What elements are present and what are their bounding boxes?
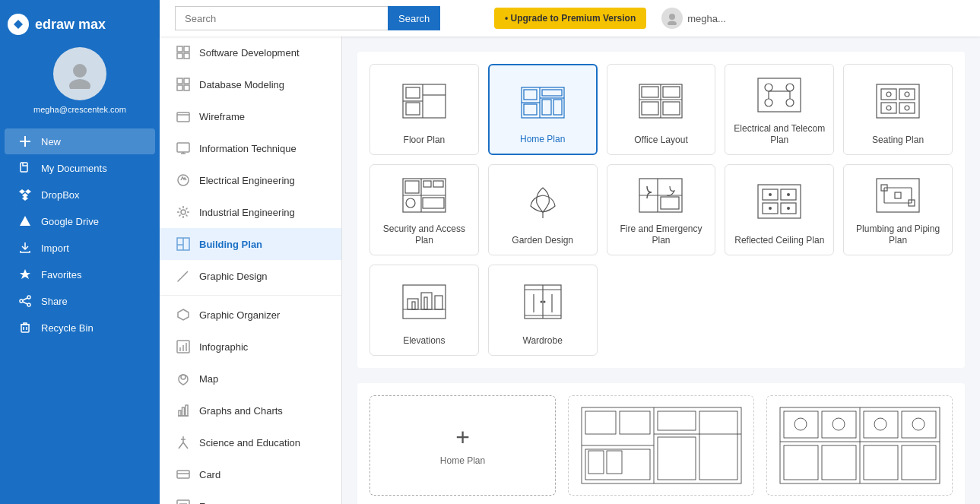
electrical-icon [175, 172, 192, 189]
sidebar-item-google-drive-label: Google Drive [41, 216, 99, 227]
sidebar-item-dropbox[interactable]: DropBox [5, 182, 155, 208]
category-building-plan-label: Building Plan [199, 239, 262, 250]
plumbing-piping-label: Plumbing and Piping Plan [850, 223, 946, 247]
diagram-card-electrical-telecom[interactable]: Electrical and Telecom Plan [725, 64, 834, 155]
svg-point-167 [794, 418, 807, 430]
svg-rect-26 [177, 85, 182, 90]
industrial-icon [175, 204, 192, 220]
sidebar-item-share[interactable]: Share [5, 288, 155, 314]
category-sidebar: Software Development Database Modeling W… [160, 0, 342, 504]
sidebar-item-new-label: New [41, 136, 61, 147]
sidebar-item-google-drive[interactable]: Google Drive [5, 208, 155, 234]
svg-point-14 [27, 303, 30, 306]
category-map[interactable]: Map [160, 363, 341, 395]
category-graphs-charts[interactable]: Graphs and Charts [160, 395, 341, 426]
home-plan-icon-area [496, 74, 590, 128]
office-layout-icon-area [614, 74, 709, 128]
user-profile[interactable]: megha... [661, 8, 726, 29]
diagram-card-wardrobe[interactable]: Wardrobe [488, 265, 598, 356]
graphic-organizer-icon [175, 306, 192, 323]
template-new-home-plan-label: Home Plan [440, 455, 485, 466]
fire-emergency-label: Fire and Emergency Plan [614, 223, 709, 247]
svg-rect-78 [642, 87, 658, 97]
svg-point-95 [886, 92, 891, 97]
category-industrial-label: Industrial Engineering [199, 207, 295, 218]
svg-rect-155 [607, 451, 622, 474]
svg-rect-104 [433, 181, 443, 187]
svg-point-105 [406, 198, 415, 208]
svg-rect-121 [877, 179, 919, 212]
category-industrial[interactable]: Industrial Engineering [160, 196, 341, 228]
category-form[interactable]: Form [160, 490, 341, 504]
template-preview-2[interactable] [766, 395, 953, 496]
software-dev-icon [175, 44, 192, 61]
svg-rect-73 [542, 100, 551, 115]
svg-rect-126 [895, 192, 901, 198]
my-documents-icon [17, 162, 33, 174]
svg-line-15 [23, 298, 27, 300]
category-science-edu[interactable]: Science and Education [160, 426, 341, 458]
category-software-dev[interactable]: Software Development [160, 36, 341, 68]
search-button[interactable]: Search [388, 6, 440, 30]
template-new-home-plan[interactable]: + Home Plan [369, 395, 556, 496]
sidebar-item-import-label: Import [41, 242, 69, 254]
svg-rect-81 [663, 102, 680, 115]
category-info-tech[interactable]: Information Technique [160, 132, 341, 164]
sidebar-item-favorites[interactable]: Favorites [5, 262, 155, 287]
diagram-card-elevations[interactable]: Elevations [369, 265, 479, 356]
sidebar-item-recycle-bin[interactable]: Recycle Bin [5, 315, 155, 341]
svg-rect-94 [899, 103, 915, 113]
diagram-card-security-access[interactable]: Security and Access Plan [369, 164, 479, 255]
dropbox-icon [17, 189, 33, 201]
diagram-card-seating-plan[interactable]: Seating Plan [843, 64, 953, 155]
electrical-telecom-label: Electrical and Telecom Plan [731, 123, 827, 147]
category-graphic-organizer-label: Graphic Organizer [199, 309, 280, 321]
svg-rect-163 [864, 411, 898, 438]
svg-rect-134 [412, 302, 415, 309]
diagram-card-reflected-ceiling[interactable]: Reflected Ceiling Plan [725, 164, 834, 255]
diagram-card-office-layout[interactable]: Office Layout [607, 64, 716, 155]
category-card[interactable]: Card [160, 458, 341, 490]
diagram-card-plumbing-piping[interactable]: Plumbing and Piping Plan [843, 164, 953, 255]
category-database-label: Database Modeling [199, 79, 284, 90]
svg-point-86 [786, 99, 794, 106]
svg-point-85 [765, 99, 772, 106]
svg-rect-64 [406, 87, 420, 98]
info-tech-icon [175, 140, 192, 157]
svg-rect-28 [177, 113, 189, 122]
diagram-card-garden-design[interactable]: Garden Design [488, 164, 598, 255]
category-graphic-design-label: Graphic Design [199, 271, 268, 282]
category-graphic-organizer[interactable]: Graphic Organizer [160, 299, 341, 331]
category-database[interactable]: Database Modeling [160, 68, 341, 100]
sidebar-item-import[interactable]: Import [5, 235, 155, 261]
svg-rect-148 [585, 411, 616, 434]
svg-rect-102 [405, 181, 419, 193]
diagram-card-home-plan[interactable]: Home Plan [488, 64, 598, 155]
diagram-card-fire-emergency[interactable]: Fire and Emergency Plan [607, 164, 716, 255]
search-input[interactable] [175, 6, 388, 30]
category-building-plan[interactable]: Building Plan [160, 228, 341, 260]
svg-point-12 [27, 296, 30, 299]
floor-plan-icon-area [376, 74, 472, 128]
template-preview-1[interactable] [568, 395, 754, 496]
upgrade-button[interactable]: Upgrade to Premium Version [494, 8, 646, 29]
category-electrical[interactable]: Electrical Engineering [160, 164, 341, 196]
svg-marker-10 [20, 216, 30, 226]
svg-rect-30 [177, 143, 189, 152]
svg-rect-151 [658, 411, 696, 430]
wardrobe-label: Wardrobe [523, 335, 563, 347]
svg-rect-17 [21, 325, 29, 332]
svg-rect-5 [21, 163, 27, 172]
svg-point-170 [912, 418, 924, 430]
category-wireframe[interactable]: Wireframe [160, 100, 341, 132]
sidebar-item-new[interactable]: New [5, 128, 155, 154]
svg-rect-152 [658, 437, 696, 480]
svg-rect-132 [421, 293, 432, 309]
sidebar-item-my-documents[interactable]: My Documents [5, 155, 155, 181]
user-email: megha@crescentek.com [26, 105, 134, 114]
svg-rect-154 [588, 451, 604, 474]
svg-rect-47 [186, 405, 188, 416]
category-infographic[interactable]: Infographic [160, 331, 341, 363]
diagram-card-floor-plan[interactable]: Floor Plan [369, 64, 479, 155]
category-graphic-design[interactable]: Graphic Design [160, 260, 341, 292]
